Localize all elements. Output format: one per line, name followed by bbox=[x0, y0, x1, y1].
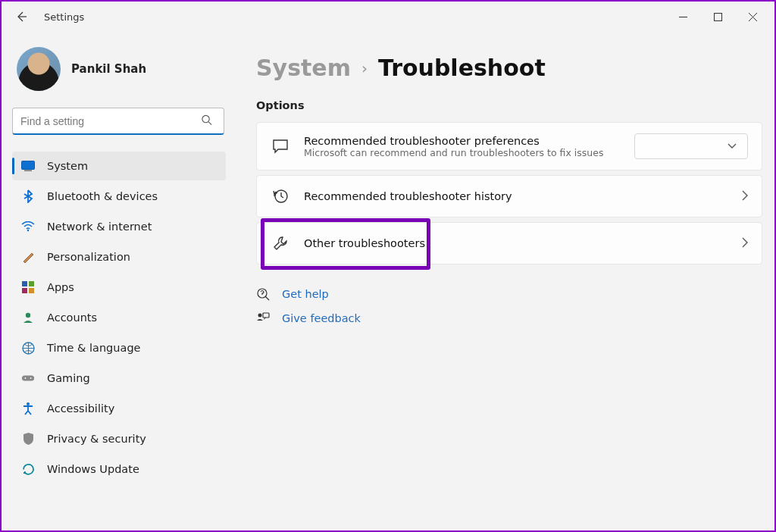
search-input[interactable] bbox=[12, 108, 224, 135]
sidebar-item-gaming[interactable]: Gaming bbox=[12, 364, 226, 393]
breadcrumb-current: Troubleshoot bbox=[378, 55, 546, 81]
maximize-icon bbox=[714, 13, 722, 21]
sidebar-item-accessibility[interactable]: Accessibility bbox=[12, 394, 226, 423]
sidebar-item-time-language[interactable]: Time & language bbox=[12, 333, 226, 362]
back-button[interactable] bbox=[14, 9, 29, 24]
paintbrush-icon bbox=[21, 250, 35, 264]
sidebar-item-label: Personalization bbox=[47, 251, 130, 263]
svg-point-4 bbox=[27, 230, 29, 231]
globe-icon bbox=[21, 341, 35, 355]
sidebar-item-label: Bluetooth & devices bbox=[47, 190, 158, 202]
chevron-right-icon: › bbox=[361, 59, 368, 77]
get-help-link[interactable]: Get help bbox=[256, 287, 759, 301]
svg-rect-18 bbox=[263, 313, 269, 318]
close-icon bbox=[749, 13, 757, 21]
sidebar-item-system[interactable]: System bbox=[12, 152, 226, 180]
app-title: Settings bbox=[44, 11, 84, 23]
svg-rect-5 bbox=[22, 281, 27, 286]
svg-point-12 bbox=[25, 377, 27, 379]
feedback-icon bbox=[256, 311, 270, 325]
sidebar-item-privacy[interactable]: Privacy & security bbox=[12, 424, 226, 453]
section-label-options: Options bbox=[256, 99, 759, 111]
card-troubleshooter-history[interactable]: Recommended troubleshooter history bbox=[256, 175, 762, 217]
sidebar-item-apps[interactable]: Apps bbox=[12, 273, 226, 302]
svg-rect-3 bbox=[24, 171, 32, 171]
card-title: Other troubleshooters bbox=[304, 237, 425, 249]
sidebar-item-accounts[interactable]: Accounts bbox=[12, 303, 226, 332]
sidebar-item-personalization[interactable]: Personalization bbox=[12, 243, 226, 271]
chevron-right-icon bbox=[742, 236, 748, 251]
svg-point-13 bbox=[30, 377, 32, 379]
svg-point-1 bbox=[202, 115, 209, 122]
link-text[interactable]: Give feedback bbox=[282, 312, 361, 324]
svg-point-9 bbox=[26, 313, 30, 318]
svg-point-17 bbox=[258, 314, 262, 318]
svg-rect-0 bbox=[714, 13, 721, 20]
sidebar-item-label: Apps bbox=[47, 281, 74, 293]
system-icon bbox=[21, 159, 35, 173]
help-icon bbox=[256, 287, 270, 301]
sidebar-item-label: Time & language bbox=[47, 342, 141, 354]
link-text[interactable]: Get help bbox=[282, 288, 329, 300]
card-subtitle: Microsoft can recommend and run troubles… bbox=[304, 147, 603, 158]
sidebar-item-label: Windows Update bbox=[47, 463, 139, 475]
svg-rect-11 bbox=[22, 375, 34, 380]
svg-rect-6 bbox=[29, 281, 34, 286]
give-feedback-link[interactable]: Give feedback bbox=[256, 311, 759, 325]
main-panel: System › Troubleshoot Options Recommende… bbox=[236, 32, 774, 530]
card-title: Recommended troubleshooter preferences bbox=[304, 135, 603, 147]
sidebar-item-network[interactable]: Network & internet bbox=[12, 212, 226, 241]
bluetooth-icon bbox=[21, 189, 35, 203]
svg-rect-7 bbox=[22, 288, 27, 293]
preferences-dropdown[interactable] bbox=[634, 133, 748, 159]
titlebar: Settings bbox=[2, 2, 774, 32]
breadcrumb-parent[interactable]: System bbox=[256, 55, 351, 81]
close-button[interactable] bbox=[735, 5, 770, 29]
accessibility-icon bbox=[21, 402, 35, 415]
arrow-left-icon bbox=[15, 11, 27, 23]
user-name: Pankil Shah bbox=[71, 62, 146, 76]
sidebar-item-windows-update[interactable]: Windows Update bbox=[12, 455, 226, 483]
card-troubleshooter-preferences[interactable]: Recommended troubleshooter preferences M… bbox=[256, 122, 762, 171]
breadcrumb: System › Troubleshoot bbox=[256, 55, 759, 81]
avatar bbox=[17, 47, 61, 91]
person-icon bbox=[21, 311, 35, 324]
search-icon bbox=[201, 114, 212, 129]
minimize-button[interactable] bbox=[665, 5, 700, 29]
chevron-right-icon bbox=[742, 189, 748, 204]
profile-block[interactable]: Pankil Shah bbox=[17, 47, 223, 91]
nav-list: System Bluetooth & devices Network & int… bbox=[12, 152, 226, 483]
sidebar-item-bluetooth[interactable]: Bluetooth & devices bbox=[12, 182, 226, 211]
apps-icon bbox=[21, 280, 35, 294]
svg-rect-8 bbox=[29, 288, 34, 293]
sidebar-item-label: Accessibility bbox=[47, 402, 114, 415]
maximize-button[interactable] bbox=[700, 5, 735, 29]
svg-point-14 bbox=[27, 402, 30, 405]
card-other-troubleshooters[interactable]: Other troubleshooters bbox=[256, 222, 762, 264]
minimize-icon bbox=[679, 13, 687, 21]
update-icon bbox=[21, 462, 35, 476]
card-title: Recommended troubleshooter history bbox=[304, 190, 512, 202]
chevron-down-icon bbox=[728, 143, 737, 149]
wrench-icon bbox=[271, 233, 290, 253]
sidebar-item-label: System bbox=[47, 160, 88, 172]
gamepad-icon bbox=[21, 371, 35, 385]
wifi-icon bbox=[21, 220, 35, 233]
chat-icon bbox=[271, 136, 290, 156]
sidebar-item-label: Gaming bbox=[47, 372, 90, 384]
shield-icon bbox=[21, 432, 35, 446]
sidebar-item-label: Network & internet bbox=[47, 221, 152, 233]
svg-rect-2 bbox=[22, 161, 35, 170]
sidebar-item-label: Accounts bbox=[47, 311, 97, 324]
sidebar-item-label: Privacy & security bbox=[47, 433, 146, 445]
history-icon bbox=[271, 186, 290, 206]
sidebar: Pankil Shah System Bluetooth & devices N… bbox=[2, 32, 236, 530]
